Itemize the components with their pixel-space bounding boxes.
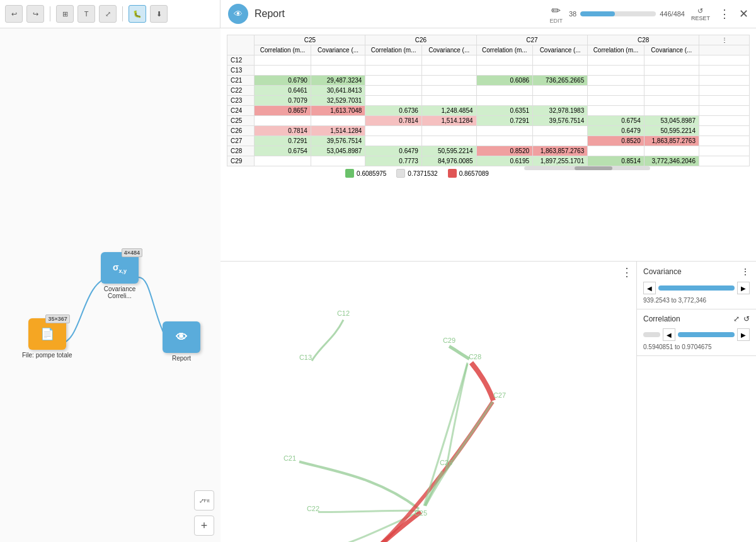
c13-c28-corr bbox=[588, 66, 644, 76]
table-scrollbar-thumb bbox=[575, 166, 612, 170]
legend-green-value: 0.6085975 bbox=[357, 170, 386, 177]
c29-c28-cov: 3,772,346.2046 bbox=[644, 156, 699, 166]
progress-bar-inner bbox=[580, 11, 615, 16]
c25-c28-corr: 0.6754 bbox=[588, 116, 644, 126]
c29-c25-corr bbox=[255, 156, 311, 166]
edit-group[interactable]: ✏ EDIT bbox=[549, 4, 563, 24]
report-eye-icon: 👁 bbox=[228, 4, 248, 24]
covariance-icon: σx,y bbox=[113, 262, 127, 274]
row-c27: C27 0.7291 39,576.7514 0.8520 1,863,857.… bbox=[227, 136, 750, 146]
row-c21: C21 0.6790 29,487.3234 0.6086 736,265.26… bbox=[227, 76, 750, 86]
report-title: Report bbox=[255, 8, 541, 20]
edit-icon: ✏ bbox=[551, 4, 561, 18]
c13-c26-cov bbox=[421, 66, 476, 76]
row-label-c12: C12 bbox=[227, 55, 255, 66]
c26-c28-cov: 50,595.2214 bbox=[644, 126, 699, 136]
legend-neutral-value: 0.7371532 bbox=[408, 170, 437, 177]
add-button[interactable]: + bbox=[194, 516, 214, 536]
c27-c26-cov bbox=[421, 136, 476, 146]
grid-button[interactable]: ⊞ bbox=[56, 5, 74, 23]
more-button[interactable]: ⋮ bbox=[716, 7, 733, 21]
top-toolbar: ↩ ↪ ⊞ T ⤢ 🐛 ⬇ bbox=[0, 0, 220, 28]
c23-c26-corr bbox=[365, 96, 422, 106]
legend-item-red: 0.8657089 bbox=[448, 169, 489, 178]
c21-c28-corr bbox=[588, 76, 644, 86]
file-node[interactable]: 📄 35×367 File: pompe totale bbox=[22, 318, 72, 359]
covariance-control-box: Covariance ⋮ ◀ ▶ 939.2543 to 3,772,346 bbox=[637, 262, 756, 309]
report-node[interactable]: 👁 Report bbox=[163, 321, 200, 362]
close-button[interactable]: ✕ bbox=[739, 7, 748, 21]
row-label-c29: C29 bbox=[227, 156, 255, 166]
graph-node-c13: C13 bbox=[299, 354, 312, 361]
c21-c26-corr bbox=[365, 76, 422, 86]
fit-button[interactable]: ⤢ Fit bbox=[194, 490, 214, 510]
table-scrollbar[interactable] bbox=[524, 166, 650, 170]
c29-c26-corr: 0.7773 bbox=[365, 156, 422, 166]
correlation-control-title: Correlation ⤢ ↺ bbox=[643, 314, 750, 323]
c24-c26-corr: 0.6736 bbox=[365, 106, 422, 116]
c21-c25-corr: 0.6790 bbox=[255, 76, 311, 86]
expand-button[interactable]: ⤢ bbox=[99, 5, 117, 23]
c21-c27-corr: 0.6086 bbox=[476, 76, 533, 86]
graph-more-button[interactable]: ⋮ bbox=[621, 266, 633, 279]
c21-c27-cov: 736,265.2665 bbox=[533, 76, 588, 86]
download-button[interactable]: ⬇ bbox=[150, 5, 168, 23]
c12-c28-cov bbox=[644, 55, 699, 66]
correlation-right-arrow[interactable]: ▶ bbox=[737, 328, 750, 341]
correlation-range-value: 0.5940851 to 0.9704675 bbox=[643, 343, 750, 350]
legend-green-box bbox=[345, 169, 354, 178]
correlation-expand-icon[interactable]: ⤢ bbox=[733, 314, 740, 323]
correlation-range-track[interactable] bbox=[678, 332, 735, 337]
text-button[interactable]: T bbox=[77, 5, 95, 23]
covariance-more-icon[interactable]: ⋮ bbox=[741, 267, 750, 277]
graph-node-c26: C26 bbox=[440, 459, 452, 466]
covariance-node[interactable]: σx,y 4×484 Covariance Correli... bbox=[94, 252, 145, 299]
c27-c25-cov: 39,576.7514 bbox=[311, 136, 365, 146]
file-badge: 35×367 bbox=[45, 314, 69, 323]
correlation-range-container: ◀ ▶ bbox=[643, 328, 750, 341]
left-toolbar: ↩ ↪ ⊞ T ⤢ 🐛 ⬇ 📄 35×367 File: pompe total… bbox=[0, 0, 220, 542]
c29-c27-cov: 1,897,255.1701 bbox=[533, 156, 588, 166]
c29-c25-cov bbox=[311, 156, 365, 166]
c23-c25-cov: 32,529.7031 bbox=[311, 96, 365, 106]
c13-c27-cov bbox=[533, 66, 588, 76]
row-label-c25: C25 bbox=[227, 116, 255, 126]
reset-icon: ↺ bbox=[697, 7, 703, 15]
c24-c27-corr: 0.6351 bbox=[476, 106, 533, 116]
row-label-c27: C27 bbox=[227, 136, 255, 146]
graph-node-c29: C29 bbox=[443, 337, 455, 344]
covariance-range-track[interactable] bbox=[658, 285, 735, 291]
table-area: C25 C26 C27 C28 ⋮ Correlation (m... Cova… bbox=[220, 28, 756, 262]
c29-c26-cov: 84,976.0085 bbox=[421, 156, 476, 166]
c25-c27-corr: 0.7291 bbox=[476, 116, 533, 126]
c25-c26-corr: 0.7814 bbox=[365, 116, 422, 126]
redo-button[interactable]: ↪ bbox=[26, 5, 44, 23]
separator-2 bbox=[122, 6, 123, 21]
c27-scroll bbox=[699, 136, 750, 146]
c24-c26-cov: 1,248.4854 bbox=[421, 106, 476, 116]
c22-c25-cov: 30,641.8413 bbox=[311, 86, 365, 96]
c29-scroll bbox=[699, 156, 750, 166]
undo-button[interactable]: ↩ bbox=[5, 5, 23, 23]
progress-total: 446/484 bbox=[660, 10, 685, 18]
bug-button[interactable]: 🐛 bbox=[129, 5, 146, 23]
c29-c27-corr: 0.6195 bbox=[476, 156, 533, 166]
c13-c27-corr bbox=[476, 66, 533, 76]
c25-c25-corr bbox=[255, 116, 311, 126]
covariance-right-arrow[interactable]: ▶ bbox=[737, 282, 750, 294]
col-header-c28: C28 bbox=[588, 35, 699, 45]
c21-c28-cov bbox=[644, 76, 699, 86]
progress-current: 38 bbox=[569, 10, 576, 18]
correlation-left-arrow[interactable]: ◀ bbox=[663, 328, 675, 341]
graph-node-c28: C28 bbox=[469, 353, 481, 360]
covariance-badge: 4×484 bbox=[122, 248, 142, 257]
scroll-sub bbox=[699, 45, 750, 55]
correlation-control-box: Correlation ⤢ ↺ ◀ ▶ 0.5940851 to 0.97046… bbox=[637, 309, 756, 356]
c22-scroll bbox=[699, 86, 750, 96]
c28-c28-corr bbox=[588, 146, 644, 156]
covariance-left-arrow[interactable]: ◀ bbox=[643, 282, 656, 294]
c27-c27-corr bbox=[476, 136, 533, 146]
c23-c25-corr: 0.7079 bbox=[255, 96, 311, 106]
reset-button[interactable]: ↺ RESET bbox=[691, 7, 710, 21]
correlation-refresh-icon[interactable]: ↺ bbox=[743, 314, 750, 323]
